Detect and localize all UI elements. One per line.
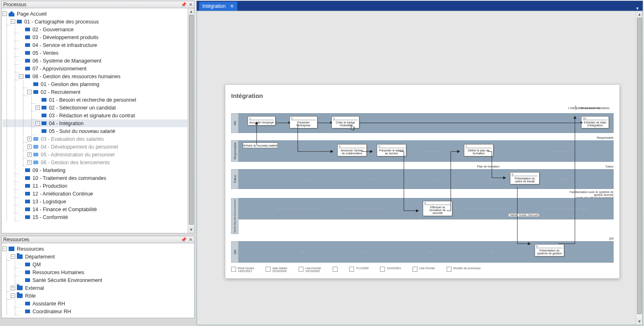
- tree-node[interactable]: 13 - Logistique: [2, 198, 193, 205]
- task-3[interactable]: 3 Créer le badge d'identité: [331, 116, 359, 128]
- process-icon: [25, 200, 30, 203]
- tree-label: 03 - Rédaction et signature du contrat: [49, 113, 135, 119]
- tree-node[interactable]: −Rôle: [2, 292, 193, 300]
- tree-node[interactable]: 10 - Traitement des commandes: [2, 174, 193, 182]
- tree-node[interactable]: 15 - Conformité: [2, 213, 193, 221]
- tree-node[interactable]: 01 - Gestion des planning: [2, 80, 193, 88]
- tree-label: QM: [32, 262, 41, 268]
- task-9[interactable]: 9 Présentation du système de gestion: [535, 244, 564, 256]
- scroll-up-icon[interactable]: ▲: [188, 8, 195, 15]
- tree-node[interactable]: 03 - Développement produits: [2, 33, 193, 41]
- expand-icon[interactable]: +: [27, 152, 32, 157]
- tree-label: Ressources: [17, 246, 44, 252]
- shield-icon: [333, 267, 338, 272]
- tree-leaf-icon: [19, 66, 23, 71]
- scroll-down-icon[interactable]: ▼: [188, 226, 195, 233]
- scroll-thumb[interactable]: [637, 18, 642, 314]
- close-icon[interactable]: ✕: [188, 2, 193, 7]
- collapse-icon[interactable]: −: [19, 74, 23, 79]
- collapse-icon[interactable]: −: [2, 247, 7, 251]
- diagram-title: Intégration: [231, 92, 614, 99]
- task-8[interactable]: 8 Présentation du cadre de travail: [510, 172, 540, 184]
- tree-node[interactable]: 06 - Système de Management: [2, 57, 193, 65]
- tree-node[interactable]: 02 - Gouvernance: [2, 26, 193, 33]
- expand-icon[interactable]: +: [27, 160, 32, 165]
- task-4[interactable]: 4 Annoncer l'arriver du collaborateur: [337, 144, 367, 156]
- tree-label: Rôle: [25, 293, 36, 299]
- canvas-scrollbar[interactable]: ▲ ▼: [636, 11, 642, 325]
- pin-icon[interactable]: 📌: [181, 237, 187, 242]
- tree-node[interactable]: 04 - Service et infrastructure: [2, 41, 193, 49]
- calendar-icon: [380, 267, 385, 272]
- tree-node[interactable]: −Page Accueil: [2, 10, 193, 18]
- tree-node[interactable]: −08 - Gestion des ressources humaines: [2, 72, 193, 80]
- process-icon: [33, 82, 38, 86]
- tree-node[interactable]: +05 - Administration du personnel: [2, 151, 193, 158]
- tab-dropdown-icon[interactable]: ▼: [632, 6, 643, 11]
- expand-icon[interactable]: +: [27, 137, 32, 141]
- tree-label: 06 - Gestion des licencements: [41, 160, 110, 165]
- start-event[interactable]: Arrivée du nouveau salarié: [243, 142, 278, 148]
- lane-rh: 1 Accueillir l'employé 2 Présenter l'ent…: [239, 113, 614, 133]
- tree-label: 10 - Traitement des commandes: [32, 175, 106, 181]
- expand-icon[interactable]: +: [35, 121, 40, 126]
- tree-label: 14 - Finance et Comptabilité: [32, 207, 97, 212]
- collapse-icon[interactable]: −: [27, 90, 32, 94]
- task-2[interactable]: 2 Présenter l'entreprise: [290, 116, 317, 128]
- tree-node[interactable]: +06 - Gestion des licencements: [2, 158, 193, 166]
- tree-node[interactable]: +External: [2, 284, 193, 292]
- task-7[interactable]: 7 Définir le plan de formation: [464, 144, 493, 156]
- tree-node[interactable]: +03 - Evaluation des salariés: [2, 135, 193, 143]
- collapse-icon[interactable]: −: [2, 12, 7, 16]
- processus-panel-body: −Page Accueil−01 - Cartographie des proc…: [1, 8, 195, 233]
- tree-node[interactable]: +04 - Développement du personnel: [2, 143, 193, 151]
- task-10[interactable]: 10 Entretien de bilan d'intégration: [581, 116, 609, 128]
- tree-node[interactable]: 05 - Suivi du nouveau salarié: [2, 127, 193, 135]
- tree-node[interactable]: Santé Sécurité Environnement: [2, 276, 193, 284]
- tree-node[interactable]: QM: [2, 261, 193, 268]
- tab-close-icon[interactable]: ✕: [230, 3, 234, 9]
- scrollbar[interactable]: ▲ ▼: [188, 8, 194, 233]
- tree-leaf-icon: [19, 51, 23, 55]
- tree-node[interactable]: −01 - Cartographie des processus: [2, 18, 193, 26]
- diagram-canvas[interactable]: Intégration L'intégration est terminée R…: [197, 11, 643, 325]
- expand-icon[interactable]: +: [27, 144, 32, 149]
- expand-icon[interactable]: +: [11, 286, 15, 290]
- collapse-icon[interactable]: −: [11, 19, 15, 24]
- tree-node[interactable]: 09 - Marketing: [2, 166, 193, 174]
- collapse-icon[interactable]: −: [11, 293, 15, 298]
- tree-label: 05 - Administration du personnel: [41, 152, 114, 158]
- tree-node[interactable]: 12 - Amélioration Continue: [2, 190, 193, 198]
- tab-integration[interactable]: Intégration ✕: [199, 2, 237, 11]
- expand-icon[interactable]: +: [35, 105, 40, 110]
- tree-label: 04 - Intégration: [49, 121, 83, 126]
- task-6[interactable]: 6 Effectuer la formation de sécurité: [423, 201, 452, 216]
- tree-node[interactable]: 05 - Ventes: [2, 49, 193, 57]
- tree-node[interactable]: 03 - Rédaction et signature du contrat: [2, 112, 193, 119]
- tree-node[interactable]: Assistante RH: [2, 300, 193, 307]
- end-lane-label: Ressources Humaines: [581, 107, 609, 109]
- close-icon[interactable]: ✕: [188, 237, 193, 242]
- tree-label: Coordinateur RH: [32, 309, 71, 314]
- collapse-icon[interactable]: −: [11, 254, 15, 259]
- tree-node[interactable]: 11 - Production: [2, 182, 193, 190]
- process-icon: [25, 168, 30, 172]
- tree-node[interactable]: 07 - Approvisionnement: [2, 65, 193, 72]
- tree-node[interactable]: −Ressources: [2, 245, 193, 253]
- tree-node[interactable]: Coordinateur RH: [2, 307, 193, 315]
- scroll-down-icon[interactable]: ▼: [636, 318, 643, 325]
- tree-node[interactable]: +02 - Sélectionner un candidat: [2, 104, 193, 112]
- task-5[interactable]: 5 Présenter le salarié au service: [377, 144, 406, 156]
- task-1[interactable]: 1 Accueillir l'employé: [248, 116, 276, 126]
- tree-node[interactable]: −Département: [2, 253, 193, 261]
- tree-node[interactable]: −02 - Recrutement: [2, 88, 193, 96]
- tree-node[interactable]: 01 - Besoin et recherche de personnel: [2, 96, 193, 104]
- tree-leaf-icon: [19, 168, 23, 172]
- scroll-up-icon[interactable]: ▲: [636, 11, 643, 18]
- scroll-thumb[interactable]: [189, 15, 194, 225]
- tree-leaf-icon: [19, 199, 23, 204]
- tree-node[interactable]: +04 - Intégration: [2, 119, 193, 127]
- pin-icon[interactable]: 📌: [181, 2, 187, 7]
- tree-node[interactable]: Ressources Humaines: [2, 268, 193, 276]
- tree-node[interactable]: 14 - Finance et Comptabilité: [2, 205, 193, 213]
